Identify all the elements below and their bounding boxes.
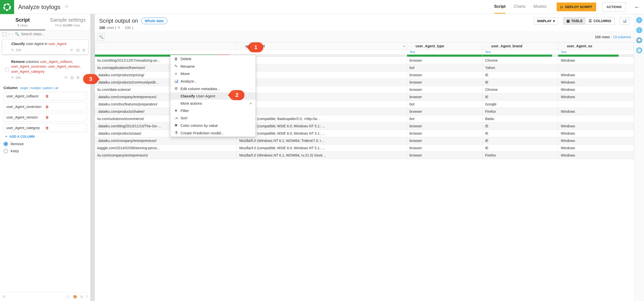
table-cell[interactable]: ku.com/company/entrepreneurs/ — [95, 152, 237, 159]
select-all-checkbox[interactable] — [3, 32, 7, 36]
ctx-menu-item[interactable]: More actions▶ — [170, 100, 256, 107]
table-cell[interactable]: Windows — [558, 79, 634, 86]
search-steps-input[interactable] — [21, 32, 88, 36]
eye-icon[interactable]: 👁 — [64, 76, 68, 80]
deploy-script-button[interactable]: ▷ DEPLOY SCRIPT — [557, 3, 596, 11]
drag-handle-icon[interactable]: ⋮⋮ — [485, 45, 490, 48]
column-row[interactable]: user_Agent_version🗑 — [4, 113, 87, 122]
table-cell[interactable] — [237, 64, 407, 71]
table-cell[interactable]: IE — [482, 144, 558, 152]
display-button[interactable]: DISPLAY▾ — [534, 17, 558, 25]
eye-icon[interactable]: 👁 — [70, 48, 74, 52]
ctx-menu-item[interactable]: ⚗Create Prediction model... — [170, 129, 256, 137]
table-cell[interactable]: Windows — [558, 71, 634, 79]
back-arrow-icon[interactable]: ← — [634, 4, 640, 11]
table-cell[interactable]: browser — [407, 137, 482, 144]
table-cell[interactable]: browser — [407, 144, 482, 152]
column-row[interactable]: user_Agent_osflavor🗑 — [4, 92, 87, 100]
table-cell[interactable]: browser — [407, 93, 482, 101]
ctx-menu-item[interactable]: ▼Filter — [170, 107, 256, 114]
table-row[interactable]: ku.com/company/entrepreneurs/Mozilla/5.0… — [95, 152, 634, 159]
table-cell[interactable]: Windows — [558, 86, 634, 93]
table-cell[interactable]: Windows — [558, 130, 634, 137]
table-cell[interactable]: browser — [407, 57, 482, 64]
select-all-chevron-icon[interactable]: ▾ — [9, 33, 10, 35]
view-columns-button[interactable]: ☰COLUMNS — [586, 17, 614, 24]
table-cell[interactable]: browser — [407, 108, 482, 115]
table-cell[interactable] — [558, 101, 634, 108]
add-column-button[interactable]: ＋ADD A COLUMN — [5, 134, 87, 139]
ctx-menu-item[interactable]: ≡Move — [170, 70, 256, 77]
table-cell[interactable]: Windows — [558, 57, 634, 64]
table-cell[interactable]: Firefox — [482, 152, 558, 159]
view-table-button[interactable]: ▦TABLE — [563, 17, 586, 24]
palette-icon[interactable]: 🎨 — [73, 295, 77, 299]
panel-resize-handle[interactable]: ⋮⋮⋮ — [91, 14, 95, 301]
mode-pattern[interactable]: pattern — [43, 86, 53, 90]
table-cell[interactable]: Mozilla/5.0 (compatible; Baiduspider/2.0… — [237, 115, 407, 123]
lp-tab-script[interactable]: Script 3 steps — [0, 14, 45, 30]
table-cell[interactable]: Mozilla/4.0 (compatible; MSIE 8.0; Windo… — [237, 144, 407, 152]
table-cell[interactable] — [237, 93, 407, 101]
tab-models[interactable]: Models — [533, 0, 547, 14]
power-icon[interactable]: ⏻ — [70, 76, 74, 80]
rail-info-icon[interactable]: i — [636, 27, 642, 33]
col-header-hidden[interactable] — [95, 43, 237, 50]
rail-history-icon[interactable]: 🕘 — [636, 47, 642, 53]
table-cell[interactable]: Mozilla/5.0 (Windows NT 6.1; WOW64; Trid… — [237, 137, 407, 144]
rail-discuss-icon[interactable]: 💬 — [636, 37, 642, 43]
ctx-menu-item[interactable]: 📊Analyze... — [170, 77, 256, 85]
column-row[interactable]: user_Agent_osversion🗑 — [4, 102, 87, 111]
table-cell[interactable]: Windows — [558, 123, 634, 130]
mode-single[interactable]: single — [20, 86, 28, 90]
table-row[interactable]: .dataiku.com/company/entrepreneurs/Mozil… — [95, 137, 634, 144]
table-cell[interactable]: IE — [482, 130, 558, 137]
trash-icon[interactable]: 🗑 — [45, 115, 84, 119]
table-cell[interactable]: browser — [407, 86, 482, 93]
trash-icon[interactable]: 🗑 — [82, 48, 86, 52]
table-cell[interactable]: Chrome — [482, 86, 558, 93]
table-cell[interactable]: browser — [407, 71, 482, 79]
drag-handle-icon[interactable]: ⋮⋮⋮⋮ — [2, 46, 4, 48]
app-logo[interactable] — [0, 0, 14, 14]
table-cell[interactable]: IE — [482, 137, 558, 144]
table-cell[interactable]: .dataiku.com/company/entrepreneurs/ — [95, 137, 237, 144]
table-cell[interactable]: Baidu — [482, 115, 558, 123]
pencil-icon[interactable]: ✎ — [118, 26, 121, 30]
copy-icon[interactable]: ⧉ — [80, 295, 83, 299]
radio-keep[interactable]: Keep — [4, 149, 87, 153]
table-cell[interactable]: browser — [407, 79, 482, 86]
mode-all[interactable]: all — [55, 86, 58, 90]
drag-handle-icon[interactable]: ⋮⋮ — [561, 45, 566, 48]
table-cell[interactable]: Mozilla/4.0 (compatible; MSIE 8.0; Windo… — [237, 130, 407, 137]
table-cell[interactable]: bot — [407, 101, 482, 108]
trash-icon[interactable]: 🗑 — [76, 76, 80, 80]
formula-icon[interactable]: X² — [3, 295, 6, 299]
mode-multiple[interactable]: multiple — [30, 86, 41, 90]
page-gear-icon[interactable] — [64, 4, 69, 10]
rail-add-icon[interactable]: ＋ — [636, 17, 642, 23]
table-cell[interactable]: kaggle.com/2014/02/06/winning-perso… — [95, 144, 237, 152]
table-cell[interactable]: Chrome — [482, 57, 558, 64]
table-cell[interactable]: Windows — [558, 137, 634, 144]
table-cell[interactable]: bot — [407, 64, 482, 71]
ctx-menu-item[interactable]: ✺Color column by value — [170, 122, 256, 129]
table-cell[interactable] — [237, 101, 407, 108]
trash-icon[interactable]: 🗑 — [45, 105, 84, 109]
table-cell[interactable] — [237, 57, 407, 64]
table-cell[interactable] — [558, 115, 634, 123]
table-cell[interactable] — [558, 64, 634, 71]
col-header-user-agent-os[interactable]: ⋮⋮user_Agent_os — [558, 43, 634, 50]
table-cell[interactable]: Mozilla/5.0 (Windows NT 6.1; WOW64; rv:2… — [237, 152, 407, 159]
table-cell[interactable]: IE — [482, 79, 558, 86]
trash-icon[interactable]: 🗑 — [45, 126, 84, 130]
tab-script[interactable]: Script — [494, 0, 506, 14]
col-header-user-agent-brand[interactable]: ⋮⋮user_Agent_brand — [482, 43, 558, 50]
ctx-menu-item[interactable]: ✎Rename — [170, 62, 256, 70]
table-cell[interactable]: Google — [482, 101, 558, 108]
chevron-down-icon[interactable]: ▾ — [404, 45, 405, 48]
table-cell[interactable]: bot — [407, 115, 482, 123]
tab-charts[interactable]: Charts — [514, 0, 525, 14]
radio-remove[interactable]: Remove — [4, 142, 87, 146]
table-cell[interactable]: Windows — [558, 108, 634, 115]
